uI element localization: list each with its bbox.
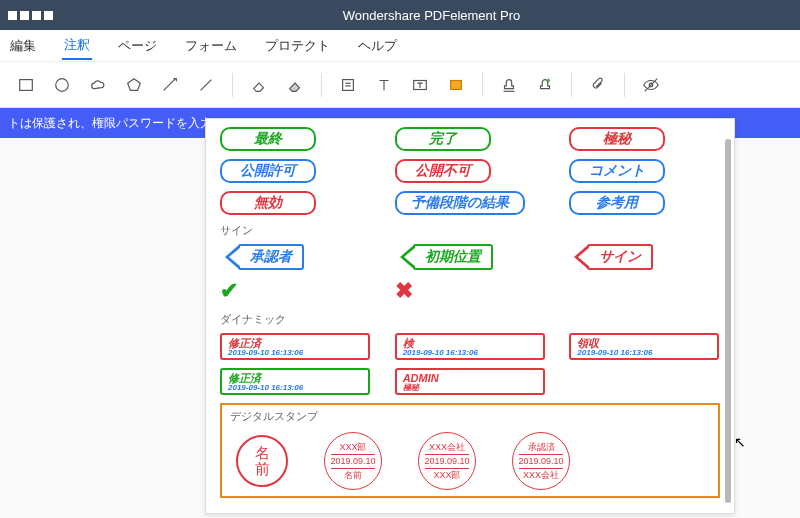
dyn-admin[interactable]: ADMIN極秘 xyxy=(395,368,545,395)
section-digital: デジタルスタンプ xyxy=(230,409,710,424)
svg-rect-8 xyxy=(451,80,462,89)
svg-point-1 xyxy=(56,78,69,91)
dynamic-row: 修正済2019-09-10 16:13:06 ADMIN極秘 xyxy=(220,368,720,395)
menu-help[interactable]: ヘルプ xyxy=(356,33,399,59)
text-icon[interactable] xyxy=(370,71,398,99)
dyn-receipt[interactable]: 領収2019-09-10 16:13:06 xyxy=(569,333,719,360)
separator xyxy=(571,73,572,97)
stamp-custom-icon[interactable] xyxy=(531,71,559,99)
stamp-row: 無効 予備段階の結果 参考用 xyxy=(220,191,720,215)
menu-form[interactable]: フォーム xyxy=(183,33,239,59)
digital-stamp-row: 名 前 XXX部 2019.09.10 名前 XXX会社 2019.09.10 … xyxy=(230,430,710,490)
titlebar: Wondershare PDFelement Pro xyxy=(0,0,800,30)
cross-icon[interactable]: ✖ xyxy=(395,278,413,303)
cursor-icon: ↖ xyxy=(734,434,746,450)
check-icon[interactable]: ✔ xyxy=(220,278,238,303)
stamp-void[interactable]: 無効 xyxy=(220,191,316,215)
shape-cloud-icon[interactable] xyxy=(84,71,112,99)
shape-measure-icon[interactable] xyxy=(156,71,184,99)
seal-dept[interactable]: XXX部 2019.09.10 名前 xyxy=(324,432,382,490)
textbox-icon[interactable] xyxy=(406,71,434,99)
dyn-revised-green[interactable]: 修正済2019-09-10 16:13:06 xyxy=(220,368,370,395)
stamp-confidential[interactable]: 極秘 xyxy=(569,127,665,151)
svg-marker-2 xyxy=(128,78,141,90)
shape-circle-icon[interactable] xyxy=(48,71,76,99)
shape-polygon-icon[interactable] xyxy=(120,71,148,99)
menu-page[interactable]: ページ xyxy=(116,33,159,59)
stamp-final[interactable]: 最終 xyxy=(220,127,316,151)
arrow-sign[interactable]: サイン xyxy=(587,244,653,270)
dyn-revised[interactable]: 修正済2019-09-10 16:13:06 xyxy=(220,333,370,360)
stamp-public-ng[interactable]: 公開不可 xyxy=(395,159,491,183)
arrow-row: 承認者 初期位置 サイン xyxy=(220,244,720,270)
menu-edit[interactable]: 編集 xyxy=(8,33,38,59)
stamp-icon[interactable] xyxy=(495,71,523,99)
eraser-icon[interactable] xyxy=(245,71,273,99)
dynamic-row: 修正済2019-09-10 16:13:06 検2019-09-10 16:13… xyxy=(220,333,720,360)
mark-row: ✔ ✖ xyxy=(220,278,720,304)
seal-approved[interactable]: 承認済 2019.09.10 XXX会社 xyxy=(512,432,570,490)
arrow-initial[interactable]: 初期位置 xyxy=(413,244,493,270)
separator xyxy=(482,73,483,97)
seal-name[interactable]: 名 前 xyxy=(236,435,288,487)
eraser-alt-icon[interactable] xyxy=(281,71,309,99)
app-icon xyxy=(8,11,53,20)
menu-annotate[interactable]: 注釈 xyxy=(62,32,92,60)
stamp-prelim[interactable]: 予備段階の結果 xyxy=(395,191,525,215)
svg-rect-0 xyxy=(20,79,33,90)
hide-annot-icon[interactable] xyxy=(637,71,665,99)
separator xyxy=(232,73,233,97)
menu-protect[interactable]: プロテクト xyxy=(263,33,332,59)
dyn-inspect[interactable]: 検2019-09-10 16:13:06 xyxy=(395,333,545,360)
svg-rect-4 xyxy=(343,79,354,90)
separator xyxy=(321,73,322,97)
toolbar xyxy=(0,62,800,108)
stamp-comment[interactable]: コメント xyxy=(569,159,665,183)
digital-stamp-highlight: デジタルスタンプ 名 前 XXX部 2019.09.10 名前 XXX会社 20… xyxy=(220,403,720,498)
seal-company[interactable]: XXX会社 2019.09.10 XXX部 xyxy=(418,432,476,490)
section-dynamic: ダイナミック xyxy=(220,312,720,327)
stamp-complete[interactable]: 完了 xyxy=(395,127,491,151)
workspace: 最終 完了 極秘 公開許可 公開不可 コメント 無効 予備段階の結果 参考用 サ… xyxy=(0,138,800,518)
stamp-row: 最終 完了 極秘 xyxy=(220,127,720,151)
stamp-row: 公開許可 公開不可 コメント xyxy=(220,159,720,183)
stamps-panel: 最終 完了 極秘 公開許可 公開不可 コメント 無効 予備段階の結果 参考用 サ… xyxy=(205,118,735,514)
stamp-public-ok[interactable]: 公開許可 xyxy=(220,159,316,183)
app-title: Wondershare PDFelement Pro xyxy=(71,8,792,23)
highlight-area-icon[interactable] xyxy=(442,71,470,99)
shape-line-icon[interactable] xyxy=(192,71,220,99)
separator xyxy=(624,73,625,97)
panel-scrollbar[interactable] xyxy=(725,139,731,503)
arrow-approver[interactable]: 承認者 xyxy=(238,244,304,270)
banner-text: トは保護され、権限パスワードを入力 xyxy=(8,115,212,132)
svg-line-3 xyxy=(201,79,212,90)
shape-rect-icon[interactable] xyxy=(12,71,40,99)
note-icon[interactable] xyxy=(334,71,362,99)
menubar: 編集 注釈 ページ フォーム プロテクト ヘルプ xyxy=(0,30,800,62)
attachment-icon[interactable] xyxy=(584,71,612,99)
section-sign: サイン xyxy=(220,223,720,238)
stamp-reference[interactable]: 参考用 xyxy=(569,191,665,215)
